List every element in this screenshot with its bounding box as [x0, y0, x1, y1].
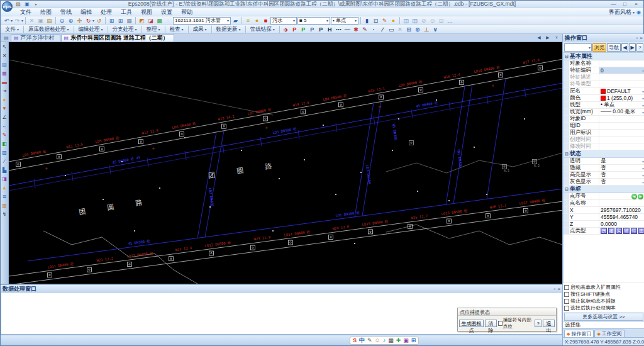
property-value[interactable]: 0.0000 [599, 221, 644, 227]
flagtool-icon[interactable]: ◧ [1, 140, 8, 147]
tab-scroll-right-icon[interactable]: ▶ [544, 34, 552, 41]
menu-item-2[interactable]: 管线 [56, 8, 76, 16]
view1-icon[interactable]: ◫ [402, 16, 410, 25]
check-v-icon[interactable]: ∨ [431, 25, 440, 33]
red-tool-icon[interactable]: ▬ [1, 79, 8, 86]
more-options-button[interactable]: 更多选项与设置 >> [564, 313, 643, 321]
next-button[interactable]: ▶ [629, 43, 636, 52]
data-process-panel-header[interactable]: 数据处理窗口 ▫ × [1, 285, 562, 293]
view2-icon[interactable]: ◫ [411, 16, 419, 25]
dots-icon[interactable]: ⋯ [335, 25, 343, 33]
menu-item-1[interactable]: 绘图 [36, 8, 56, 16]
snap-icon[interactable]: ⌐ [1, 123, 8, 130]
move-icon[interactable]: ⇥ [1, 87, 8, 94]
ime-keyboard-icon[interactable]: ▦ [388, 338, 394, 343]
property-value[interactable] [599, 130, 644, 136]
pen2-icon[interactable]: ✎ [361, 25, 369, 33]
qat-dropdown-icon[interactable]: ▾ [32, 1, 40, 8]
menu-item-4[interactable]: 处理 [96, 8, 116, 16]
point-type-button-实[interactable]: 实 [616, 228, 622, 234]
ime-pen-icon[interactable]: ✎ [367, 338, 372, 343]
next-point-button[interactable]: ▶ [638, 194, 643, 199]
image-icon[interactable]: ▧ [1, 149, 8, 156]
property-value[interactable]: ◀▶ [599, 193, 644, 199]
property-value[interactable]: 否▾ [599, 165, 644, 171]
prev-point-button[interactable]: ◀ [631, 194, 637, 199]
property-value[interactable] [599, 137, 644, 143]
point-type-button-拐[interactable]: 拐 [601, 228, 607, 234]
cross-icon[interactable]: ✕ [1, 52, 8, 59]
point-type-button-图[interactable]: 图 [638, 228, 644, 234]
point-style-combo[interactable]: • 单点▾ [331, 17, 358, 25]
clear-button[interactable]: 清除 [485, 320, 497, 327]
operation-panel-header[interactable]: 操作窗口 ▫ × [563, 34, 644, 42]
link-icon[interactable]: ⊘ [419, 16, 428, 25]
panel-pin-icon[interactable]: ▫ [636, 35, 638, 41]
chevron-down-icon[interactable]: ▾ [92, 18, 94, 23]
app-button[interactable]: eps [2, 1, 13, 12]
copy-icon[interactable]: ▣ [36, 16, 45, 25]
label-icon[interactable]: ◨ [1, 176, 8, 182]
toolbar-menu-3[interactable]: 分支处理▾ [110, 25, 140, 33]
sogou-logo-icon[interactable]: S [353, 338, 357, 343]
collapse-icon[interactable]: ⊟ [564, 152, 570, 157]
help-icon[interactable]: ◉ [636, 9, 641, 15]
layer-combo[interactable]: 162113-1631 污水管▾ [173, 17, 231, 25]
close-button[interactable]: × [631, 1, 641, 8]
line-draw-icon[interactable]: ∕ [379, 25, 387, 33]
redraw-icon[interactable]: ↺ [95, 16, 103, 25]
browse-button[interactable]: 浏览 [592, 43, 606, 52]
panel-pin-icon[interactable]: ▫ [553, 286, 555, 292]
tri-icon[interactable]: ▲ [1, 184, 8, 191]
panel-tab-1[interactable]: ◆工作空间 [594, 330, 624, 337]
lock2-icon[interactable]: ▮ [363, 16, 371, 25]
elev-icon[interactable]: ⊥ [423, 25, 431, 33]
minimize-button[interactable]: — [608, 1, 619, 8]
line-width-combo[interactable]: ■ 5▾ [297, 17, 330, 25]
zoom-in-icon[interactable]: ⊕ [67, 16, 75, 25]
property-value[interactable]: 0▾ [599, 67, 644, 74]
pan-icon[interactable]: ✣ [75, 16, 84, 25]
property-value[interactable]: 是▾ [599, 158, 644, 164]
property-value[interactable] [599, 60, 644, 67]
group-icon[interactable]: ⊕ [414, 25, 422, 33]
monitor-icon[interactable]: ⊡ [372, 16, 380, 25]
cad-drawing[interactable]: LD4 DN500 砼W11 13.5LD5 DN400 砼W12 12.8LD… [9, 42, 562, 284]
toolbar-menu-8[interactable]: 管线钻探▾ [248, 25, 277, 33]
rect-draw-icon[interactable]: ▭ [387, 25, 396, 33]
palette-icon[interactable]: ▩ [155, 16, 164, 25]
maximize-button[interactable]: □ [619, 1, 630, 8]
blocks-icon[interactable]: ▦ [1, 70, 8, 77]
selection-set-label[interactable]: 选择集 [563, 321, 644, 329]
bulb-icon[interactable]: ● [1, 96, 8, 103]
property-value[interactable]: 1 (255,0,0)▾ [599, 95, 644, 101]
chevron-down-icon[interactable]: ▾ [11, 18, 13, 23]
toolbar-menu-0[interactable]: 文件▾ [3, 25, 21, 33]
ime-grid-icon[interactable]: ⊞ [411, 338, 416, 343]
table-icon[interactable]: ⊞ [405, 25, 413, 33]
note-icon[interactable]: ≣ [1, 193, 8, 200]
refresh-icon[interactable]: ↻ [84, 16, 92, 25]
flag-p1-icon[interactable]: P [291, 25, 299, 33]
property-row[interactable]: Y455594.465740 [564, 214, 644, 221]
window-grid-icon[interactable]: ⊞ [116, 16, 125, 25]
menu-item-7[interactable]: 设置 [157, 8, 177, 16]
property-row[interactable]: X2957697.710020 [564, 207, 644, 214]
ruler-icon[interactable]: ∕ [1, 158, 8, 165]
magnet-icon[interactable]: ▼ [1, 105, 8, 112]
layer-view-icon[interactable]: ◪ [147, 16, 155, 25]
snap-help-button[interactable]: ? [535, 320, 541, 327]
point-type-button-建[interactable]: 建 [608, 228, 614, 234]
stamp-icon[interactable]: ▥ [1, 202, 8, 209]
node-tool-icon[interactable]: ⬗ [282, 25, 290, 33]
snap-symbol-checkbox[interactable]: 捕捉符号内部点位 [498, 317, 534, 330]
property-row[interactable]: 点名称 [564, 200, 644, 207]
toolbar-menu-7[interactable]: 数据更新▾ [214, 25, 243, 33]
point-draw-icon[interactable]: · [370, 25, 378, 33]
menu-item-6[interactable]: 视图 [136, 8, 157, 16]
toolbar-menu-4[interactable]: 整理▾ [144, 25, 163, 33]
cut-icon[interactable]: ✕ [28, 16, 36, 25]
property-value[interactable] [599, 116, 644, 122]
property-value[interactable]: 拐建实辅特图 [599, 228, 644, 234]
more-icon[interactable]: … [446, 16, 454, 25]
